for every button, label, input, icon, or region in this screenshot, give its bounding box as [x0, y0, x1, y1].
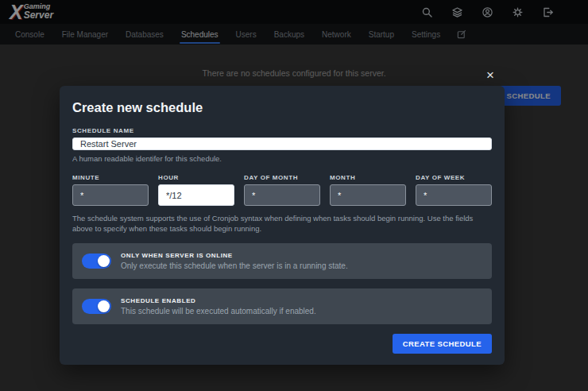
- cron-fields-row: MINUTE HOUR DAY OF MONTH MONTH DAY OF WE…: [72, 174, 492, 206]
- schedule-enabled-row: SCHEDULE ENABLED This schedule will be e…: [72, 288, 492, 324]
- modal-footer: CREATE SCHEDULE: [72, 334, 492, 354]
- hour-input[interactable]: [158, 184, 234, 206]
- schedule-name-help: A human readable identifer for this sche…: [72, 154, 492, 165]
- day-of-month-input[interactable]: [244, 184, 320, 206]
- schedule-enabled-label: SCHEDULE ENABLED: [121, 297, 316, 304]
- only-when-online-text: ONLY WHEN SERVER IS ONLINE Only execute …: [121, 252, 348, 270]
- only-when-online-toggle[interactable]: [82, 254, 111, 269]
- modal-title: Create new schedule: [72, 100, 492, 115]
- toggle-knob: [98, 255, 110, 267]
- schedule-name-input[interactable]: [72, 137, 492, 150]
- cron-field-day-of-month: DAY OF MONTH: [244, 174, 320, 206]
- cron-field-day-of-week: DAY OF WEEK: [416, 174, 492, 206]
- only-when-online-label: ONLY WHEN SERVER IS ONLINE: [121, 252, 348, 259]
- cron-help-text: The schedule system supports the use of …: [72, 214, 485, 234]
- day-of-month-label: DAY OF MONTH: [244, 174, 320, 181]
- day-of-week-input[interactable]: [416, 184, 492, 206]
- toggle-knob: [98, 300, 110, 312]
- schedule-enabled-text: SCHEDULE ENABLED This schedule will be e…: [121, 297, 316, 316]
- schedule-enabled-toggle[interactable]: [82, 299, 111, 314]
- month-label: MONTH: [330, 174, 406, 181]
- day-of-week-label: DAY OF WEEK: [416, 174, 492, 181]
- app-screen: X Gaming Server: [0, 0, 588, 391]
- month-input[interactable]: [330, 184, 406, 206]
- minute-input[interactable]: [72, 184, 149, 206]
- hour-label: HOUR: [158, 174, 234, 181]
- only-when-online-row: ONLY WHEN SERVER IS ONLINE Only execute …: [72, 243, 492, 279]
- submit-create-schedule-button[interactable]: CREATE SCHEDULE: [393, 334, 492, 354]
- close-icon[interactable]: ×: [486, 68, 494, 82]
- cron-field-minute: MINUTE: [72, 174, 149, 206]
- create-schedule-modal: Create new schedule SCHEDULE NAME A huma…: [60, 86, 505, 365]
- only-when-online-description: Only execute this schedule when the serv…: [121, 261, 348, 270]
- minute-label: MINUTE: [72, 174, 149, 181]
- schedule-enabled-description: This schedule will be executed automatic…: [121, 307, 316, 316]
- schedule-name-label: SCHEDULE NAME: [72, 127, 492, 134]
- cron-field-hour: HOUR: [158, 174, 234, 206]
- cron-field-month: MONTH: [330, 174, 406, 206]
